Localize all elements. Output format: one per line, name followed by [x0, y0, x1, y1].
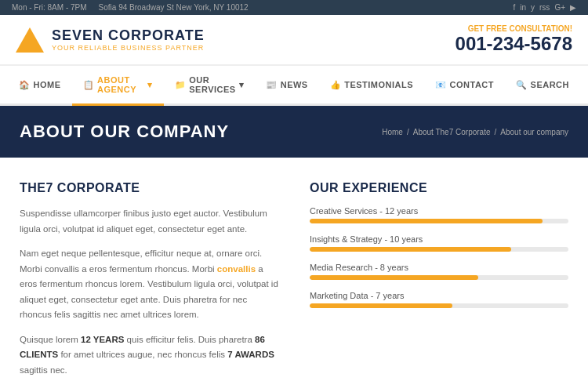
dropdown-arrow-icon: ▾: [147, 80, 153, 90]
exp-item-1: Creative Services - 12 years: [310, 206, 568, 223]
hero-banner: ABOUT OUR COMPANY Home / About The7 Corp…: [0, 106, 588, 158]
breadcrumb: Home / About The7 Corporate / About our …: [382, 128, 568, 136]
logo-text-block: SEVEN CORPORATE YOUR RELIABLE BUSINESS P…: [52, 27, 205, 52]
search-icon: 🔍: [516, 80, 528, 90]
nav-testimonials[interactable]: 👍 TESTIMONIALS: [319, 71, 424, 102]
phone-number[interactable]: 001-234-5678: [456, 33, 572, 55]
nav-about-label: ABOUT AGENCY: [97, 75, 144, 94]
left-para-1: Suspendisse ullamcorper finibus justo eg…: [20, 206, 278, 237]
nav-contact[interactable]: 📧 CONTACT: [424, 71, 505, 102]
logo-tagline: YOUR RELIABLE BUSINESS PARTNER: [52, 44, 205, 52]
site-header: SEVEN CORPORATE YOUR RELIABLE BUSINESS P…: [0, 15, 588, 65]
contact-icon: 📧: [435, 80, 447, 90]
logo[interactable]: SEVEN CORPORATE YOUR RELIABLE BUSINESS P…: [16, 27, 205, 53]
left-para-2: Nam eget neque pellentesque, efficitur n…: [20, 246, 278, 323]
exp-label-1: Creative Services - 12 years: [310, 206, 568, 216]
nav-home[interactable]: 🏠 HOME: [8, 71, 72, 102]
exp-bar-bg-2: [310, 247, 568, 252]
services-dropdown-icon: ▾: [239, 80, 245, 90]
nav-services[interactable]: 📁 OUR SERVICES ▾: [164, 66, 255, 106]
top-bar-info: Mon - Fri: 8AM - 7PM Sofia 94 Broadway S…: [12, 3, 249, 12]
hours-text: Mon - Fri: 8AM - 7PM: [12, 3, 87, 12]
services-icon: 📁: [175, 80, 187, 90]
exp-item-2: Insights & Strategy - 10 years: [310, 234, 568, 252]
consultation-label: GET FREE CONSULTATION!: [456, 24, 572, 33]
testimonials-icon: 👍: [330, 80, 342, 90]
exp-bar-bg-4: [310, 303, 568, 308]
exp-item-4: Marketing Data - 7 years: [310, 291, 568, 308]
exp-bar-fill-1: [310, 219, 543, 223]
nav-contact-label: CONTACT: [450, 80, 494, 89]
logo-name: SEVEN CORPORATE: [52, 27, 205, 44]
left-para-3: Quisque lorem 12 YEARS quis efficitur fe…: [20, 332, 278, 379]
twitter-icon[interactable]: in: [520, 3, 526, 12]
search-label: SEARCH: [531, 80, 569, 89]
breadcrumb-sep1: /: [407, 128, 409, 136]
consultation-block: GET FREE CONSULTATION! 001-234-5678: [456, 24, 572, 55]
exp-bar-fill-4: [310, 303, 452, 308]
googleplus-icon[interactable]: G+: [554, 3, 565, 12]
exp-label-4: Marketing Data - 7 years: [310, 291, 568, 300]
facebook-icon[interactable]: f: [513, 3, 515, 12]
main-content: THE7 CORPORATE Suspendisse ullamcorper f…: [0, 158, 588, 392]
top-bar: Mon - Fri: 8AM - 7PM Sofia 94 Broadway S…: [0, 0, 588, 15]
breadcrumb-home[interactable]: Home: [382, 128, 403, 136]
nav-news-label: NEWS: [281, 80, 308, 89]
exp-label-3: Media Research - 8 years: [310, 263, 568, 272]
logo-triangle-icon: [16, 27, 44, 53]
nav-search[interactable]: 🔍 SEARCH: [505, 71, 580, 102]
nav-testimonials-label: TESTIMONIALS: [344, 80, 413, 89]
social-links: f in y rss G+ ▶: [513, 3, 576, 12]
youtube-icon[interactable]: ▶: [570, 3, 576, 12]
right-section-title: OUR EXPERIENCE: [310, 181, 568, 195]
linkedin-icon[interactable]: y: [531, 3, 535, 12]
left-column: THE7 CORPORATE Suspendisse ullamcorper f…: [20, 181, 278, 387]
breadcrumb-corporate[interactable]: About The7 Corporate: [413, 128, 491, 136]
exp-label-2: Insights & Strategy - 10 years: [310, 234, 568, 244]
home-icon: 🏠: [19, 80, 31, 90]
exp-bar-fill-2: [310, 247, 511, 252]
left-section-title: THE7 CORPORATE: [20, 181, 278, 195]
rss-icon[interactable]: rss: [539, 3, 550, 12]
exp-item-3: Media Research - 8 years: [310, 263, 568, 280]
page-title: ABOUT OUR COMPANY: [20, 122, 229, 142]
nav-services-label: OUR SERVICES: [189, 75, 235, 94]
nav-news[interactable]: 📰 NEWS: [255, 71, 319, 102]
address-text: Sofia 94 Broadway St New York, NY 10012: [99, 3, 249, 12]
breadcrumb-sep2: /: [495, 128, 497, 136]
main-nav: 🏠 HOME 📋 ABOUT AGENCY ▾ 📁 OUR SERVICES ▾…: [0, 65, 588, 106]
breadcrumb-current: About our company: [500, 128, 568, 136]
news-icon: 📰: [266, 80, 278, 90]
exp-bar-bg-1: [310, 219, 568, 223]
nav-about[interactable]: 📋 ABOUT AGENCY ▾: [72, 66, 164, 106]
about-icon: 📋: [83, 80, 95, 90]
exp-bar-fill-3: [310, 275, 478, 280]
nav-home-label: HOME: [34, 80, 61, 89]
exp-bar-bg-3: [310, 275, 568, 280]
right-column: OUR EXPERIENCE Creative Services - 12 ye…: [310, 181, 568, 387]
